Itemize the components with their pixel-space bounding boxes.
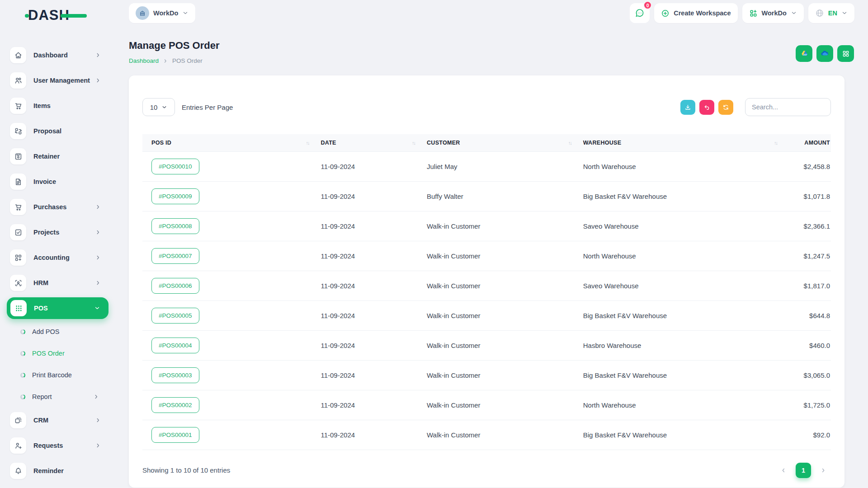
breadcrumb-dashboard-link[interactable]: Dashboard [129,57,159,64]
pos-id-badge[interactable]: #POS00005 [151,308,199,324]
column-header-warehouse[interactable]: WAREHOUSE↑↓ [583,134,789,151]
floppy-icon [10,148,26,164]
pos-id-badge[interactable]: #POS00003 [151,367,199,383]
sidebar-subitem-label: Print Barcode [32,371,72,379]
download-icon [684,104,691,111]
sidebar-item-print-barcode[interactable]: Print Barcode [0,364,113,386]
export-button[interactable] [680,100,695,115]
sidebar-item-items[interactable]: Items [0,93,113,118]
sort-icon[interactable]: ↑↓ [774,140,777,145]
pos-id-badge[interactable]: #POS00007 [151,248,199,264]
pos-id-badge[interactable]: #POS00010 [151,159,199,174]
sidebar-item-label: Requests [33,442,63,449]
pos-id-badge[interactable]: #POS00004 [151,338,199,353]
language-label: EN [828,9,837,17]
sidebar-item-retainer[interactable]: Retainer [0,144,113,169]
date-cell: 11-09-2024 [321,241,427,271]
sidebar-item-report[interactable]: Report [0,386,113,408]
pos-id-badge[interactable]: #POS00001 [151,427,199,443]
column-label: AMOUNT [804,140,830,146]
sidebar-subitem-label: POS Order [32,350,65,357]
search-input[interactable] [745,98,831,116]
chat-bubble-icon [635,8,645,18]
sidebar-item-pos[interactable]: POS [7,297,108,319]
page-size-select[interactable]: 10 [142,98,175,116]
messages-button[interactable]: 0 [630,3,650,23]
page-size-label: Entries Per Page [182,103,233,111]
table-row: #POS0000511-09-2024Walk-in CustomerBig B… [142,300,831,330]
sidebar-item-user-management[interactable]: User Management [0,68,113,93]
pos-id-badge[interactable]: #POS00008 [151,218,199,234]
table-row: #POS0000711-09-2024Walk-in CustomerNorth… [142,241,831,271]
sidebar-item-label: HRM [33,279,48,286]
undo-button[interactable] [699,100,714,115]
sidebar-item-dashboard[interactable]: Dashboard [0,42,113,68]
workspace-name: WorkDo [153,9,178,17]
date-cell: 11-09-2024 [321,300,427,330]
sidebar-item-purchases[interactable]: Purchases [0,194,113,220]
sidebar-item-projects[interactable]: Projects [0,220,113,245]
chevron-right-icon [95,52,101,58]
google-drive-button[interactable] [796,45,812,62]
pos-id-badge[interactable]: #POS00009 [151,188,199,204]
next-page-button[interactable] [816,463,831,478]
amount-cell: $2,366.1 [789,211,831,241]
chevron-down-icon [161,104,167,110]
warehouse-cell: North Warehouse [583,151,789,181]
column-header-customer[interactable]: CUSTOMER↑↓ [427,134,583,151]
sort-icon[interactable]: ↑↓ [568,140,571,145]
bullet-icon [20,351,25,356]
sidebar-item-pos-order[interactable]: POS Order [0,343,113,364]
sidebar-item-accounting[interactable]: Accounting [0,245,113,270]
customer-cell: Walk-in Customer [427,360,583,390]
chevron-right-icon [95,417,101,423]
sidebar-item-crm[interactable]: CRM [0,408,113,433]
sort-icon[interactable]: ↑↓ [306,140,309,145]
page-number-button[interactable]: 1 [796,463,811,478]
pagination: 1 [776,463,831,478]
onedrive-icon [820,49,830,59]
warehouse-cell: Saveo Warehouse [583,211,789,241]
invoice-icon [10,174,26,190]
sidebar-item-add-pos[interactable]: Add POS [0,321,113,343]
customer-cell: Walk-in Customer [427,420,583,450]
sidebar-item-requests[interactable]: Requests [0,433,113,458]
sort-icon[interactable]: ↑↓ [412,140,415,145]
sidebar-item-invoice[interactable]: Invoice [0,169,113,194]
previous-page-button[interactable] [776,463,791,478]
sidebar-item-label: User Management [33,77,90,84]
language-selector[interactable]: EN [808,3,854,23]
column-header-pos-id[interactable]: POS ID↑↓ [142,134,321,151]
crm-icon [10,412,26,428]
pos-order-table: POS ID↑↓DATE↑↓CUSTOMER↑↓WAREHOUSE↑↓AMOUN… [142,134,831,450]
sidebar-item-proposal[interactable]: Proposal [0,118,113,144]
app-root: DASH WorkDo 0 Create Workspace WorkD [0,0,868,488]
workspace-switcher[interactable]: WorkDo [129,3,195,23]
pos-id-badge[interactable]: #POS00006 [151,278,199,294]
dash-logo[interactable]: DASH [28,7,96,23]
date-cell: 11-09-2024 [321,181,427,211]
bullet-icon [20,329,25,334]
chevron-right-icon [95,442,101,449]
create-workspace-button[interactable]: Create Workspace [654,3,737,23]
table-header: POS ID↑↓DATE↑↓CUSTOMER↑↓WAREHOUSE↑↓AMOUN… [142,134,831,151]
column-header-date[interactable]: DATE↑↓ [321,134,427,151]
app-switcher-button[interactable]: WorkDo [742,3,804,23]
warehouse-cell: Hasbro Warehouse [583,330,789,360]
grid-view-button[interactable] [837,45,854,62]
users-icon [10,72,26,89]
customer-cell: Walk-in Customer [427,211,583,241]
sidebar-item-label: Items [33,102,51,109]
sidebar-item-hrm[interactable]: HRM [0,270,113,296]
pos-id-badge[interactable]: #POS00002 [151,397,199,413]
plus-circle-icon [661,9,670,18]
warehouse-cell: Saveo Warehouse [583,271,789,300]
page-title: Manage POS Order [129,40,220,52]
table-row: #POS0000811-09-2024Walk-in CustomerSaveo… [142,211,831,241]
sidebar-item-label: Invoice [33,178,56,185]
onedrive-button[interactable] [816,45,833,62]
warehouse-cell: North Warehouse [583,390,789,420]
sidebar-item-reminder[interactable]: Reminder [0,458,113,483]
globe-icon [815,9,824,18]
refresh-button[interactable] [718,100,733,115]
